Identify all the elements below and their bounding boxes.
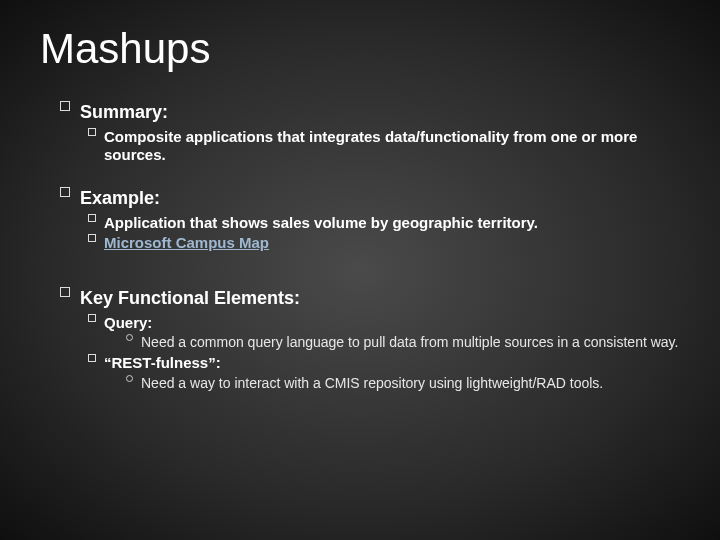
rest-detail: Need a way to interact with a CMIS repos…: [126, 375, 680, 393]
body-text: “REST-fulness”:: [104, 354, 680, 373]
example-item-link: Microsoft Campus Map: [88, 234, 680, 253]
example-item: Application that shows sales volume by g…: [88, 214, 680, 233]
key-item-rest: “REST-fulness”:: [88, 354, 680, 373]
section-heading: Key Functional Elements:: [80, 287, 680, 310]
campus-map-link[interactable]: Microsoft Campus Map: [104, 234, 269, 251]
section-key-elements: Key Functional Elements:: [60, 287, 680, 310]
body-text: Application that shows sales volume by g…: [104, 214, 680, 233]
circle-bullet-icon: [126, 334, 133, 341]
circle-bullet-icon: [126, 375, 133, 382]
query-detail: Need a common query language to pull dat…: [126, 334, 680, 352]
body-text: Query:: [104, 314, 680, 333]
body-text: Composite applications that integrates d…: [104, 128, 680, 166]
square-bullet-icon: [88, 314, 96, 322]
slide-title: Mashups: [40, 25, 680, 73]
section-heading: Summary:: [80, 101, 680, 124]
square-bullet-icon: [88, 354, 96, 362]
section-summary: Summary:: [60, 101, 680, 124]
square-bullet-icon: [88, 128, 96, 136]
section-example: Example:: [60, 187, 680, 210]
square-bullet-icon: [60, 187, 70, 197]
square-bullet-icon: [88, 234, 96, 242]
square-bullet-icon: [60, 101, 70, 111]
summary-item: Composite applications that integrates d…: [88, 128, 680, 166]
section-heading: Example:: [80, 187, 680, 210]
slide: Mashups Summary: Composite applications …: [0, 0, 720, 414]
square-bullet-icon: [60, 287, 70, 297]
body-text: Need a way to interact with a CMIS repos…: [141, 375, 680, 393]
body-text: Need a common query language to pull dat…: [141, 334, 680, 352]
key-item-query: Query:: [88, 314, 680, 333]
square-bullet-icon: [88, 214, 96, 222]
